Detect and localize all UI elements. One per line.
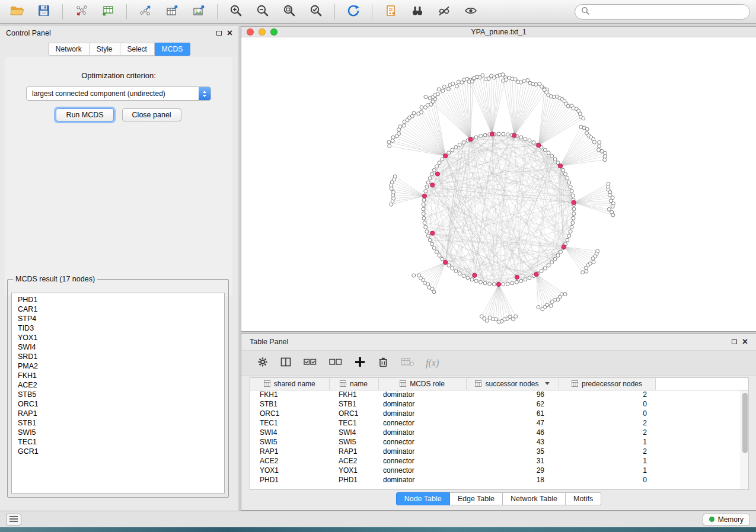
add-column-button[interactable] — [354, 356, 366, 370]
cell-predecessors[interactable]: 1 — [559, 437, 655, 447]
cell-name[interactable]: SWI4 — [329, 428, 378, 437]
cell-predecessors[interactable]: 2 — [559, 418, 655, 428]
cell-role[interactable]: connector — [378, 456, 466, 466]
float-panel-button[interactable] — [216, 31, 222, 36]
zoom-fit-button[interactable] — [278, 2, 301, 21]
table-row[interactable]: STB1STB1dominator620 — [250, 399, 748, 409]
mcds-result-item[interactable]: PHD1 — [12, 295, 224, 305]
network-window-titlebar[interactable]: YPA_prune.txt_1 — [241, 27, 756, 37]
run-mcds-button[interactable]: Run MCDS — [56, 108, 113, 121]
column-header-successor-nodes[interactable]: successor nodes — [466, 378, 559, 390]
cell-predecessors[interactable]: 2 — [559, 428, 655, 437]
mcds-result-item[interactable]: STB1 — [12, 418, 224, 428]
global-search-field[interactable] — [575, 4, 750, 20]
cell-shared_name[interactable]: YOX1 — [250, 466, 329, 475]
hide-graphics-details-button[interactable] — [433, 2, 455, 21]
cell-predecessors[interactable]: 2 — [559, 390, 655, 399]
column-header-name[interactable]: name — [329, 378, 378, 390]
cell-shared_name[interactable]: SWI5 — [250, 437, 329, 447]
mcds-result-item[interactable]: ORC1 — [12, 399, 224, 409]
cell-name[interactable]: STB1 — [329, 399, 378, 409]
cell-successors[interactable]: 43 — [466, 437, 559, 447]
table-row[interactable]: YOX1YOX1connector291 — [250, 466, 748, 475]
export-image-button[interactable] — [187, 2, 210, 21]
cell-role[interactable]: dominator — [378, 390, 466, 399]
cell-predecessors[interactable]: 1 — [559, 466, 655, 475]
mcds-result-list[interactable]: PHD1CAR1STP4TID3YOX1SWI4SRD1PMA2FKH1ACE2… — [11, 293, 225, 493]
open-session-button[interactable] — [6, 2, 28, 21]
table-scrollbar[interactable] — [741, 390, 748, 489]
task-history-button[interactable] — [6, 514, 21, 525]
control-tab-select[interactable]: Select — [120, 43, 155, 56]
float-table-panel-button[interactable] — [732, 339, 737, 344]
cell-predecessors[interactable]: 0 — [559, 399, 655, 409]
table-row[interactable]: SWI4SWI4dominator462 — [250, 428, 748, 437]
mcds-result-item[interactable]: STP4 — [12, 314, 224, 323]
cell-role[interactable]: dominator — [378, 399, 466, 409]
save-session-button[interactable] — [33, 2, 55, 21]
table-row[interactable]: ACE2ACE2connector311 — [250, 456, 748, 466]
cell-name[interactable]: FKH1 — [329, 390, 378, 399]
mcds-result-item[interactable]: STB5 — [12, 390, 224, 399]
cell-successors[interactable]: 47 — [466, 418, 559, 428]
cell-successors[interactable]: 31 — [466, 456, 559, 466]
cell-predecessors[interactable]: 0 — [559, 409, 655, 418]
maximize-window-button[interactable] — [270, 28, 277, 36]
table-scrollbar-thumb[interactable] — [742, 393, 748, 453]
cell-role[interactable]: dominator — [378, 409, 466, 418]
cell-predecessors[interactable]: 1 — [559, 456, 655, 466]
cell-shared_name[interactable]: ACE2 — [250, 456, 329, 466]
zoom-out-button[interactable] — [251, 2, 274, 21]
mcds-result-item[interactable]: TID3 — [12, 323, 224, 333]
cell-successors[interactable]: 29 — [466, 466, 559, 475]
cell-shared_name[interactable]: FKH1 — [250, 390, 329, 399]
close-panel-x-button[interactable]: × — [227, 28, 232, 38]
cell-name[interactable]: RAP1 — [329, 447, 378, 456]
table-row[interactable]: ORC1ORC1dominator610 — [250, 409, 748, 418]
zoom-in-button[interactable] — [225, 2, 247, 21]
table-row[interactable]: RAP1RAP1dominator352 — [250, 447, 748, 456]
cell-name[interactable]: TEC1 — [329, 418, 378, 428]
mcds-result-item[interactable]: SRD1 — [12, 352, 224, 361]
table-tab-network-table[interactable]: Network Table — [503, 492, 566, 505]
table-tab-motifs[interactable]: Motifs — [566, 492, 601, 505]
cell-successors[interactable]: 46 — [466, 428, 559, 437]
cell-shared_name[interactable]: STB1 — [250, 399, 329, 409]
control-tab-mcds[interactable]: MCDS — [155, 43, 190, 56]
select-all-rows-button[interactable] — [303, 356, 317, 370]
cell-name[interactable]: ORC1 — [329, 409, 378, 418]
mcds-result-item[interactable]: RAP1 — [12, 409, 224, 418]
cell-name[interactable]: PHD1 — [329, 475, 378, 485]
mcds-result-item[interactable]: TEC1 — [12, 437, 224, 447]
memory-button[interactable]: Memory — [703, 514, 750, 525]
import-network-button[interactable] — [70, 2, 92, 21]
mcds-result-item[interactable]: FKH1 — [12, 371, 224, 380]
mcds-result-item[interactable]: GCR1 — [12, 447, 224, 456]
deselect-all-rows-button[interactable] — [328, 356, 343, 370]
column-header-shared-name[interactable]: shared name — [250, 378, 329, 390]
mcds-result-item[interactable]: SWI5 — [12, 428, 224, 437]
cell-name[interactable]: ACE2 — [329, 456, 378, 466]
cell-successors[interactable]: 35 — [466, 447, 559, 456]
cell-predecessors[interactable]: 2 — [559, 447, 655, 456]
refresh-view-button[interactable] — [342, 2, 365, 21]
minimize-window-button[interactable] — [259, 28, 266, 36]
function-builder-button[interactable]: f(x) — [426, 358, 439, 368]
table-row[interactable]: FKH1FKH1dominator962 — [250, 390, 748, 399]
cell-successors[interactable]: 61 — [466, 409, 559, 418]
table-row[interactable]: PHD1PHD1dominator180 — [250, 475, 748, 485]
cell-name[interactable]: YOX1 — [329, 466, 378, 475]
cell-role[interactable]: connector — [378, 437, 466, 447]
control-tab-network[interactable]: Network — [48, 43, 90, 56]
close-window-button[interactable] — [247, 28, 254, 36]
delete-column-button[interactable] — [377, 356, 389, 370]
column-header-MCDS-role[interactable]: MCDS role — [378, 378, 466, 390]
table-tab-edge-table[interactable]: Edge Table — [450, 492, 503, 505]
control-tab-style[interactable]: Style — [90, 43, 120, 56]
show-graphics-details-button[interactable] — [460, 2, 482, 21]
cell-shared_name[interactable]: ORC1 — [250, 409, 329, 418]
cell-predecessors[interactable]: 0 — [559, 475, 655, 485]
close-table-panel-button[interactable]: × — [742, 337, 748, 347]
column-header-predecessor-nodes[interactable]: predecessor nodes — [559, 378, 655, 390]
show-columns-button[interactable] — [280, 356, 292, 370]
